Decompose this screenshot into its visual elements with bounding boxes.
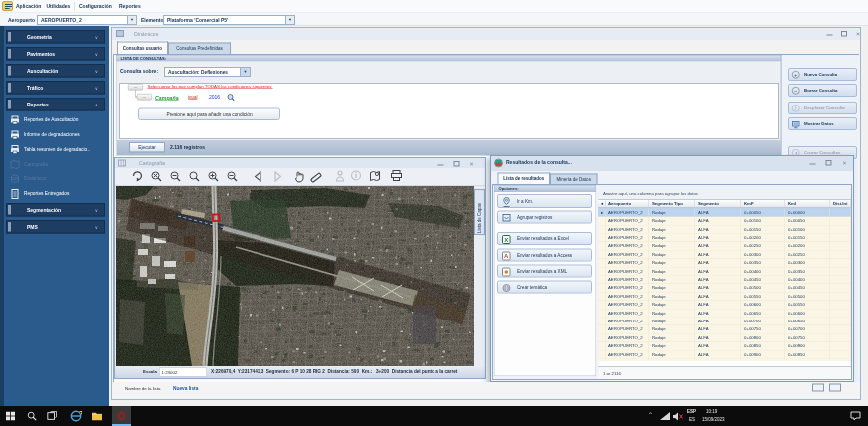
- svg-text:X: X: [504, 237, 508, 243]
- svg-text:A: A: [504, 253, 509, 259]
